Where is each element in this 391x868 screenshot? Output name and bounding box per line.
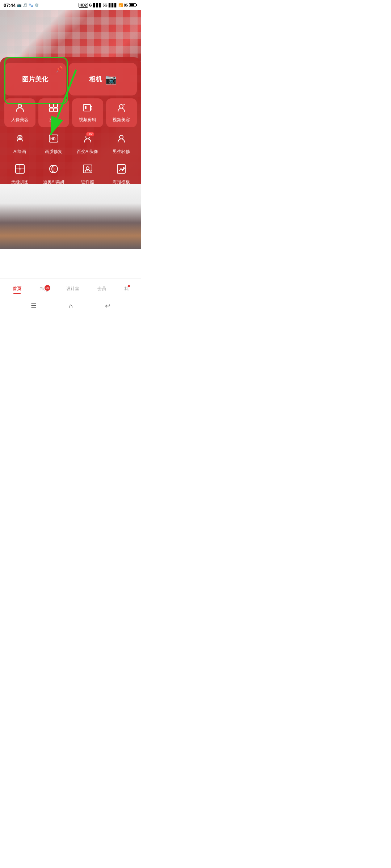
svg-text:HD: HD [50,137,55,141]
portrait-icon [15,103,25,115]
back-button[interactable]: ↩ [105,302,110,310]
home-button[interactable]: ⌂ [69,302,73,310]
ai-paint-label: AI绘画 [13,149,26,155]
menu-button[interactable]: ☰ [31,302,37,310]
notif-icon-4: 🛡️ [34,3,39,7]
collage-button[interactable]: 拼图 [38,98,70,127]
seamless-icon [14,163,25,177]
video-edit-icon [83,103,93,115]
me-dot [128,285,130,287]
collage-icon [49,103,59,115]
video-beauty-label: 视频美容 [113,117,130,123]
battery-icon [129,3,136,7]
id-photo-icon [82,163,93,177]
notif-icon-1: 📺 [17,3,21,7]
main-content: 图片美化 📌 相机 📷 人像美容 [0,10,141,277]
video-edit-label: 视频剪辑 [79,117,96,123]
portrait-label: 人像美容 [11,117,29,123]
feature-row-large: 图片美化 📌 相机 📷 [4,63,137,95]
ai-avatar-button[interactable]: Hot 百变AI头像 [72,130,103,158]
nav-home-label: 首页 [13,286,21,292]
svg-marker-9 [91,106,92,110]
svg-point-14 [19,137,21,138]
hd-badge: HD2 [79,3,88,8]
nav-plog[interactable]: Plog 20 [35,285,52,293]
male-edit-icon [116,133,127,146]
svg-point-26 [86,167,89,170]
svg-point-12 [119,105,123,108]
beautify-label: 图片美化 [22,75,48,84]
wifi-icon: 📶 [118,3,123,7]
video-beauty-icon [116,103,126,115]
svg-rect-25 [83,165,92,173]
feature-row-small: 人像美容 拼图 [4,98,137,127]
nav-design[interactable]: 设计室 [62,284,84,293]
signal-5g: 5G [103,3,108,7]
feature-row-grid-1: AI绘画 HD 画质修复 [4,130,137,158]
svg-point-18 [119,135,123,139]
pin-icon: 📌 [56,66,63,73]
nav-home[interactable]: 首页 [8,284,26,293]
poster-icon [116,163,127,177]
svg-point-30 [123,167,125,169]
app-panel: 图片美化 📌 相机 📷 人像美容 [0,57,141,201]
nav-design-label: 设计室 [66,286,79,292]
bottom-nav: 首页 Plog 20 设计室 会员 我 [0,278,141,299]
portrait-button[interactable]: 人像美容 [4,98,35,127]
video-beauty-button[interactable]: 视频美容 [106,98,137,127]
camera-button[interactable]: 相机 📷 [69,63,137,95]
content-mosaic [0,184,141,249]
nav-home-underline [13,293,21,294]
svg-rect-4 [50,104,53,107]
svg-point-24 [52,165,58,173]
nav-me[interactable]: 我 [120,284,133,293]
status-time: 07:44 [4,3,16,8]
nav-member-label: 会员 [97,286,106,292]
signal-bars: ▋▋▋ [93,3,102,7]
ai-paint-icon [14,133,25,146]
diou-ai-icon [48,163,59,177]
svg-rect-5 [54,104,58,107]
ai-avatar-label: 百变AI头像 [77,149,98,155]
svg-rect-7 [54,108,58,112]
notif-icon-2: 🎵 [23,3,27,7]
hd-repair-icon: HD [48,133,59,146]
ai-paint-button[interactable]: AI绘画 [4,130,35,158]
hd-repair-label: 画质修复 [45,149,62,155]
collage-label: 拼图 [49,117,58,123]
camera-icon: 📷 [105,74,117,85]
signal-4g: G [89,3,92,7]
beautify-button[interactable]: 图片美化 📌 [4,63,66,95]
signal-bars-2: ▋▋▋ [109,3,117,7]
video-edit-button[interactable]: 视频剪辑 [72,98,103,127]
notif-icon-3: 🐾 [29,3,33,7]
male-edit-button[interactable]: 男生轻修 [106,130,137,158]
male-edit-label: 男生轻修 [113,149,130,155]
bottom-content [0,184,141,249]
svg-rect-6 [50,108,53,112]
svg-point-22 [19,168,21,170]
nav-member[interactable]: 会员 [93,284,110,293]
plog-badge: 20 [45,285,50,291]
status-bar: 07:44 📺 🎵 🐾 🛡️ HD2 G ▋▋▋ 5G ▋▋▋ 📶 85 [0,0,141,10]
system-nav: ☰ ⌂ ↩ [0,299,141,313]
battery-text: 85 [124,3,128,7]
svg-point-3 [19,105,21,107]
camera-label: 相机 [89,75,102,84]
hot-badge: Hot [86,132,94,137]
hd-repair-button[interactable]: HD 画质修复 [38,130,70,158]
